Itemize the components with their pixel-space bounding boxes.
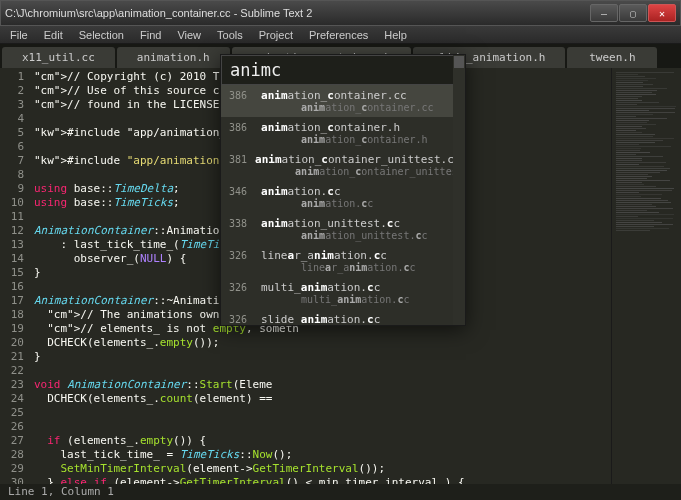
gutter: 1234567891011121314151617181920212223242… <box>0 68 30 488</box>
menu-tools[interactable]: Tools <box>209 29 251 41</box>
palette-rank: 338 <box>229 218 253 229</box>
palette-item[interactable]: 326slide_animation.ccslide_animation.cc <box>221 309 465 325</box>
palette-item[interactable]: 381animation_container_unittest.ccanimat… <box>221 149 465 181</box>
palette-item[interactable]: 326multi_animation.ccmulti_animation.cc <box>221 277 465 309</box>
menu-help[interactable]: Help <box>376 29 415 41</box>
palette-main: animation_container.ccanimation_containe… <box>261 89 434 113</box>
menu-file[interactable]: File <box>2 29 36 41</box>
palette-item[interactable]: 346animation.ccanimation.cc <box>221 181 465 213</box>
palette-item[interactable]: 386animation_container.ccanimation_conta… <box>221 85 465 117</box>
palette-sub: multi_animation.cc <box>261 294 409 305</box>
palette-rank: 346 <box>229 186 253 197</box>
palette-rank: 381 <box>229 154 247 165</box>
palette-rank: 326 <box>229 314 253 325</box>
menu-preferences[interactable]: Preferences <box>301 29 376 41</box>
palette-rank: 386 <box>229 122 253 133</box>
goto-anything-palette: 386animation_container.ccanimation_conta… <box>220 54 466 326</box>
palette-sub: animation_container.cc <box>261 102 434 113</box>
palette-sub: animation.cc <box>261 198 373 209</box>
palette-results: 386animation_container.ccanimation_conta… <box>221 85 465 325</box>
palette-input[interactable] <box>221 55 465 85</box>
tab[interactable]: x11_util.cc <box>2 47 115 68</box>
menu-project[interactable]: Project <box>251 29 301 41</box>
menu-selection[interactable]: Selection <box>71 29 132 41</box>
window-title: C:\J\chromium\src\app\animation_containe… <box>5 7 590 19</box>
maximize-button[interactable]: ▢ <box>619 4 647 22</box>
palette-main: multi_animation.ccmulti_animation.cc <box>261 281 409 305</box>
palette-main: animation.ccanimation.cc <box>261 185 373 209</box>
title-bar: C:\J\chromium\src\app\animation_containe… <box>0 0 681 26</box>
palette-item[interactable]: 386animation_container.hanimation_contai… <box>221 117 465 149</box>
menu-bar: FileEditSelectionFindViewToolsProjectPre… <box>0 26 681 44</box>
palette-sub: animation_container.h <box>261 134 428 145</box>
palette-main: linear_animation.cclinear_animation.cc <box>261 249 415 273</box>
palette-sub: linear_animation.cc <box>261 262 415 273</box>
status-bar: Line 1, Column 1 <box>0 484 681 500</box>
palette-item[interactable]: 338animation_unittest.ccanimation_unitte… <box>221 213 465 245</box>
menu-edit[interactable]: Edit <box>36 29 71 41</box>
tab[interactable]: tween.h <box>567 47 657 68</box>
palette-sub: animation_unittest.cc <box>261 230 428 241</box>
palette-rank: 326 <box>229 250 253 261</box>
close-button[interactable]: ✕ <box>648 4 676 22</box>
palette-main: animation_unittest.ccanimation_unittest.… <box>261 217 428 241</box>
palette-main: slide_animation.ccslide_animation.cc <box>261 313 409 325</box>
palette-rank: 386 <box>229 90 253 101</box>
tab[interactable]: animation.h <box>117 47 230 68</box>
palette-sub: animation_container_unittest.cc <box>255 166 465 177</box>
menu-view[interactable]: View <box>169 29 209 41</box>
cursor-position: Line 1, Column 1 <box>8 485 114 498</box>
palette-main: animation_container_unittest.ccanimation… <box>255 153 465 177</box>
menu-find[interactable]: Find <box>132 29 169 41</box>
palette-scrollbar[interactable] <box>453 85 465 325</box>
palette-main: animation_container.hanimation_container… <box>261 121 428 145</box>
minimap[interactable] <box>611 68 681 488</box>
palette-rank: 326 <box>229 282 253 293</box>
minimize-button[interactable]: — <box>590 4 618 22</box>
palette-item[interactable]: 326linear_animation.cclinear_animation.c… <box>221 245 465 277</box>
